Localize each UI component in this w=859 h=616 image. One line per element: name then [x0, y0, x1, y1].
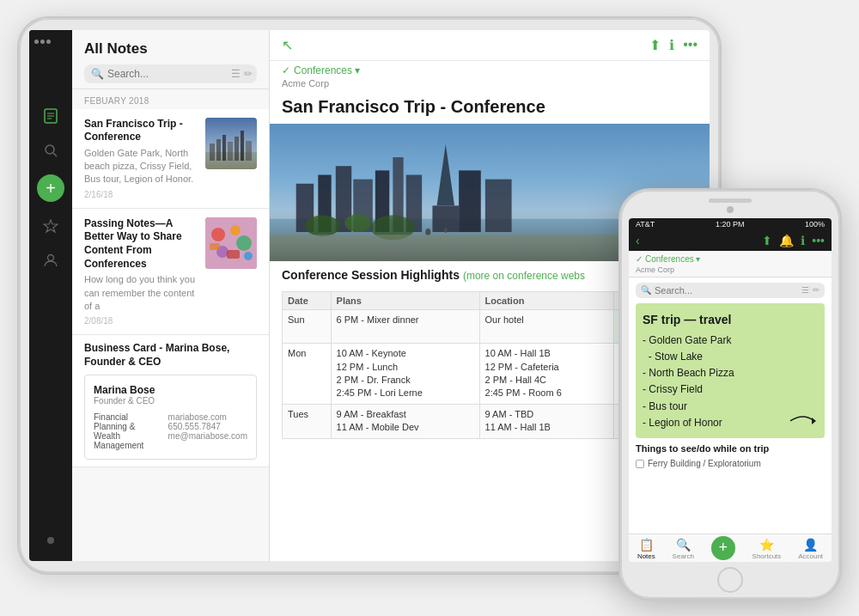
iphone-speaker [709, 198, 752, 203]
note-item-sf-date: 2/16/18 [84, 190, 198, 199]
svg-point-40 [371, 215, 415, 240]
sticky-item-3: - North Beach Pizza [643, 365, 818, 381]
note-item-passing[interactable]: Passing Notes—A Better Way to Share Cont… [72, 209, 269, 336]
note-item-passing-title: Passing Notes—A Better Way to Share Cont… [84, 217, 198, 271]
more-icon[interactable]: ••• [683, 37, 698, 52]
table-cell-location-2: 9 AM - TBD11 AM - Hall 1B [479, 404, 613, 438]
svg-rect-29 [336, 166, 351, 232]
todo-item-1: Ferry Building / Exploratorium [629, 457, 832, 470]
iphone-search-input[interactable] [655, 285, 798, 296]
svg-point-42 [444, 227, 448, 232]
svg-rect-27 [296, 183, 314, 231]
table-cell-location-0[interactable]: Our hotel [479, 309, 613, 344]
share-icon[interactable]: ⬆ [649, 37, 661, 53]
notes-list-header: All Notes 🔍 ☰ ✏ [72, 30, 269, 89]
sidebar-icon-account[interactable] [40, 250, 61, 271]
svg-rect-31 [375, 170, 389, 232]
svg-rect-9 [205, 152, 257, 169]
note-item-passing-date: 2/08/18 [84, 316, 198, 326]
iphone-battery: 100% [805, 220, 825, 229]
sf-thumbnail-image [205, 118, 257, 169]
sidebar-icon-shortcuts[interactable] [40, 216, 61, 236]
edit-icon[interactable]: ✏ [244, 68, 253, 80]
table-header-date: Date [283, 291, 332, 309]
signal-dot-2 [40, 40, 45, 44]
toolbar-right: ⬆ ℹ ••• [649, 37, 698, 53]
account-nav-icon: 👤 [803, 538, 818, 552]
note-item-business-title: Business Card - Marina Bose, Founder & C… [84, 342, 257, 369]
svg-rect-14 [235, 137, 239, 161]
todo-label-1: Ferry Building / Exploratorium [648, 459, 761, 468]
note-item-passing-preview: How long do you think you can remember t… [84, 273, 198, 313]
note-breadcrumb[interactable]: ✓ Conferences ▾ [270, 61, 710, 78]
table-cell-plans-2: 9 AM - Breakfast11 AM - Mobile Dev [331, 404, 479, 438]
sticky-item-4: - Crissy Field [643, 381, 818, 398]
todo-checkbox-1[interactable] [636, 460, 644, 468]
svg-point-41 [425, 228, 430, 235]
sidebar-dot [47, 537, 54, 544]
breadcrumb-check-icon: ✓ [282, 64, 290, 76]
iphone-breadcrumb-text[interactable]: Conferences ▾ [645, 254, 700, 264]
iphone-edit-icon[interactable]: ✏ [813, 285, 819, 295]
svg-point-39 [344, 214, 371, 231]
iphone-carrier: AT&T [636, 220, 655, 229]
iphone-nav-shortcuts[interactable]: ⭐ Shortcuts [752, 538, 782, 560]
table-cell-plans-0: 6 PM - Mixer dinner [331, 309, 479, 344]
iphone-sort-icon[interactable]: ☰ [801, 285, 809, 295]
search-bar-actions: ☰ ✏ [231, 68, 253, 80]
iphone-bottom-nav: 📋 Notes 🔍 Search + ⭐ Shortcuts 👤 Account [629, 534, 832, 562]
iphone-home-button[interactable] [717, 567, 743, 593]
table-cell-plans-1: 10 AM - Keynote12 PM - Lunch2 PM - Dr. F… [331, 344, 479, 405]
svg-point-7 [48, 254, 54, 260]
svg-rect-8 [205, 118, 257, 169]
info-icon[interactable]: ℹ [669, 37, 674, 53]
sticky-item-1: - Golden Gate Park [643, 332, 818, 349]
iphone-time: 1:20 PM [716, 220, 745, 229]
iphone-info-icon[interactable]: ℹ [801, 234, 805, 247]
conference-link[interactable]: (more on conference webs [463, 270, 585, 282]
svg-point-19 [230, 225, 241, 235]
signal-dot-3 [46, 40, 51, 44]
iphone-search-bar[interactable]: 🔍 ☰ ✏ [636, 283, 825, 298]
iphone-more-icon[interactable]: ••• [812, 234, 825, 247]
iphone-nav-account[interactable]: 👤 Account [798, 538, 823, 560]
business-company: Financial Planning &Wealth Management [94, 412, 161, 450]
iphone-nav-search[interactable]: 🔍 Search [673, 538, 694, 560]
add-nav-button[interactable]: + [711, 536, 735, 560]
svg-rect-10 [210, 143, 215, 161]
svg-marker-44 [812, 418, 816, 424]
note-item-sf[interactable]: San Francisco Trip - Conference Golden G… [72, 109, 269, 209]
search-bar[interactable]: 🔍 ☰ ✏ [84, 64, 257, 83]
sidebar-icon-notes[interactable] [40, 106, 61, 126]
iphone-alarm-icon[interactable]: 🔔 [779, 234, 794, 247]
sticky-title: SF trip — travel [643, 310, 818, 329]
iphone-breadcrumb[interactable]: ✓ Conferences ▾ [629, 251, 832, 265]
signal-dot-1 [34, 40, 39, 44]
svg-marker-6 [44, 220, 58, 232]
sort-icon[interactable]: ☰ [231, 68, 241, 80]
iphone-back-button[interactable]: ‹ [636, 234, 640, 247]
add-note-button[interactable]: + [37, 174, 64, 202]
table-header-plans: Plans [331, 291, 479, 309]
search-input[interactable] [107, 68, 228, 80]
iphone-camera [727, 206, 734, 213]
note-item-passing-content: Passing Notes—A Better Way to Share Cont… [84, 217, 198, 326]
table-cell-day-2: Tues [283, 404, 332, 438]
iphone-nav-notes[interactable]: 📋 Notes [637, 538, 655, 560]
iphone-toolbar: ‹ ⬆ 🔔 ℹ ••• [629, 230, 832, 251]
business-card-preview: Marina Bose Founder & CEO Financial Plan… [84, 375, 257, 460]
sidebar-icon-search[interactable] [40, 140, 61, 161]
note-item-business[interactable]: Business Card - Marina Bose, Founder & C… [72, 335, 269, 467]
account-nav-label: Account [798, 552, 823, 560]
svg-rect-12 [222, 135, 226, 161]
iphone-nav-add[interactable]: + [711, 538, 735, 560]
expand-icon[interactable]: ↖ [282, 37, 293, 53]
business-email: me@mariabose.com [168, 431, 247, 441]
breadcrumb-text[interactable]: Conferences ▾ [294, 64, 360, 76]
iphone-share-icon[interactable]: ⬆ [762, 234, 772, 247]
ipad-device: + [17, 16, 722, 575]
svg-rect-33 [406, 174, 422, 232]
business-contact: mariabose.com 650.555.7847 me@mariabose.… [168, 412, 247, 450]
svg-rect-15 [241, 131, 244, 161]
svg-rect-36 [459, 170, 481, 232]
